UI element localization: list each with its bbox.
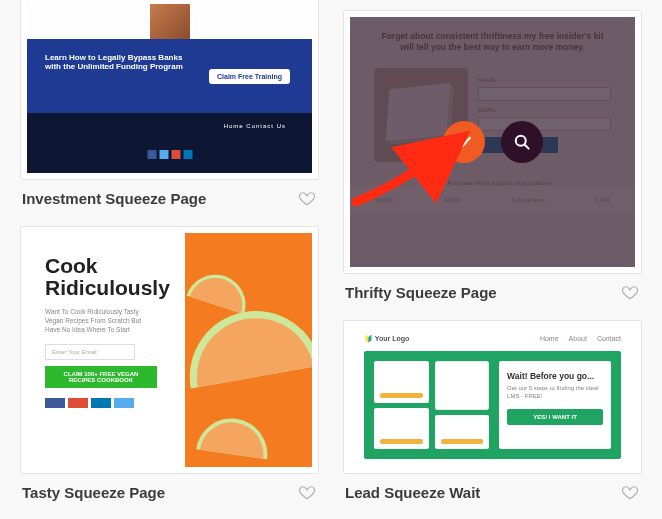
template-title: Thrifty Squeeze Page (345, 284, 497, 301)
preview-template-button[interactable] (501, 121, 543, 163)
wireframe-mockups (374, 361, 489, 449)
template-card-thrifty[interactable]: Forget about consistent thriftiness my f… (343, 10, 642, 302)
cta-button: Claim Free Training (209, 69, 290, 84)
hero-image (185, 233, 313, 467)
heart-icon (298, 483, 316, 501)
logo-text: 🔰 Your Logo (364, 335, 409, 343)
template-card-tasty[interactable]: CookRidiculously Want To Cook Ridiculous… (20, 226, 319, 502)
template-title: Lead Squeeze Wait (345, 484, 480, 501)
heart-icon (621, 283, 639, 301)
template-title: Investment Squeeze Page (22, 190, 206, 207)
hover-overlay (350, 17, 635, 267)
select-template-button[interactable] (443, 121, 485, 163)
heart-icon (298, 189, 316, 207)
favorite-button[interactable] (297, 188, 317, 208)
check-icon (454, 132, 474, 152)
claim-button: CLAIM 100+ FREE VEGAN RECIPES COOKBOOK (45, 366, 157, 388)
social-icons (45, 398, 173, 408)
favorite-button[interactable] (620, 282, 640, 302)
email-field: Enter Your Email (45, 344, 135, 360)
favorite-button[interactable] (620, 482, 640, 502)
svg-line-1 (524, 145, 528, 149)
magnifier-icon (512, 132, 532, 152)
template-card-investment[interactable]: Learn How to Legally Bypass Banks with t… (20, 0, 319, 208)
heart-icon (621, 483, 639, 501)
nav-menu: Home About Contact (540, 335, 621, 343)
footer-menu: Home Contact Us (224, 123, 286, 129)
social-icons (147, 150, 192, 159)
favorite-button[interactable] (297, 482, 317, 502)
template-card-lead[interactable]: 🔰 Your Logo Home About Contact Wait! Bef… (343, 320, 642, 502)
tasty-sub: Want To Cook Ridiculously Tasty Vegan Re… (45, 307, 155, 334)
template-title: Tasty Squeeze Page (22, 484, 165, 501)
cta-panel: Wait! Before you go... Get our 5 steps t… (499, 361, 611, 449)
tasty-heading: CookRidiculously (45, 255, 173, 299)
